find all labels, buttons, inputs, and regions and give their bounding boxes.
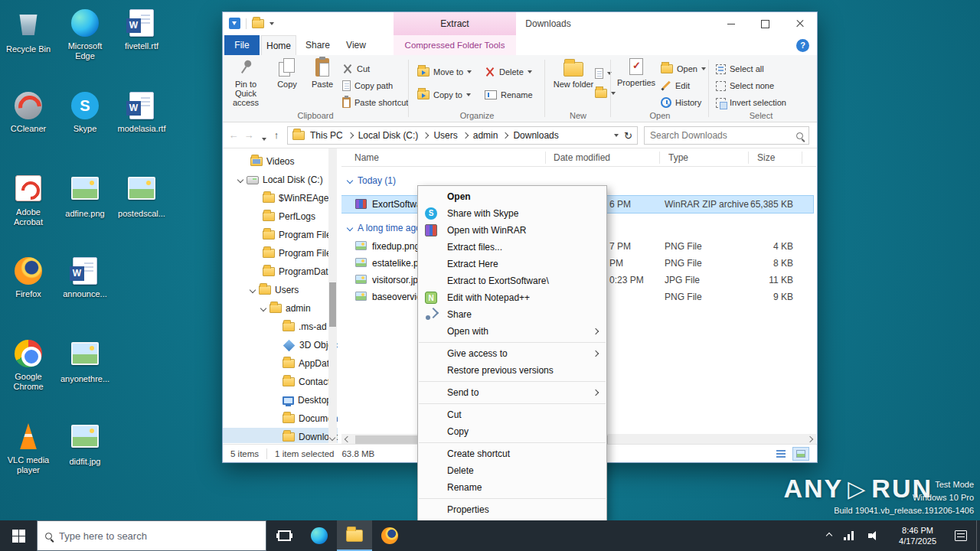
tab-share[interactable]: Share [299, 35, 336, 55]
context-menu-item-rename[interactable]: Rename [418, 479, 606, 496]
open-button[interactable]: Open [661, 61, 706, 77]
show-desktop-button[interactable] [976, 520, 980, 551]
desktop-icon-vlc[interactable]: VLC media player [2, 422, 54, 475]
close-button[interactable] [782, 12, 817, 35]
context-menu-item-edit-with-notepadpp[interactable]: Edit with Notepad++ [418, 289, 606, 306]
nav-item-local-disk-c[interactable]: Local Disk (C:) [223, 171, 338, 189]
show-hidden-icons-chevron[interactable] [826, 533, 832, 539]
volume-icon[interactable] [868, 531, 880, 540]
desktop-icon-announce[interactable]: announce... [59, 257, 111, 299]
desktop-icon-skype[interactable]: Skype [59, 92, 111, 134]
breadcrumb-users[interactable]: Users [433, 130, 457, 141]
address-dropdown-caret-icon[interactable] [614, 134, 619, 137]
context-menu-item-restore-previous-versions[interactable]: Restore previous versions [418, 362, 606, 379]
scrollbar-thumb[interactable] [329, 282, 336, 327]
context-menu-item-open-with-winrar[interactable]: Open with WinRAR [418, 222, 606, 239]
nav-item-appdata[interactable]: AppData [223, 354, 338, 373]
breadcrumb-chevron-icon[interactable] [347, 132, 353, 139]
desktop-icon-google-chrome[interactable]: Google Chrome [2, 340, 54, 392]
nav-item-desktop[interactable]: Desktop [223, 391, 338, 409]
breadcrumb-chevron-icon[interactable] [423, 132, 429, 139]
context-menu-item-create-shortcut[interactable]: Create shortcut [418, 445, 606, 462]
qat-customize-icon[interactable] [229, 18, 240, 29]
new-folder-button[interactable]: New folder [552, 58, 595, 107]
details-view-button[interactable] [773, 447, 789, 461]
expand-chevron-icon[interactable] [237, 177, 243, 183]
copy-to-button[interactable]: Copy to [417, 87, 471, 103]
column-divider[interactable] [748, 152, 749, 164]
collapse-chevron-icon[interactable] [347, 225, 353, 231]
context-menu-item-open[interactable]: Open [418, 188, 606, 205]
taskbar-edge-button[interactable] [302, 520, 337, 551]
properties-button[interactable]: Properties [616, 58, 656, 107]
desktop-icon-microsoft-edge[interactable]: Microsoft Edge [59, 9, 111, 61]
context-menu-item-extract-to-folder[interactable]: Extract to ExortSoftware\ [418, 272, 606, 289]
contextual-tab-header[interactable]: Extract [394, 12, 516, 35]
help-icon[interactable] [796, 39, 809, 52]
up-button[interactable]: ↑ [269, 128, 284, 143]
breadcrumb-admin[interactable]: admin [473, 130, 498, 141]
large-icons-view-button[interactable] [792, 447, 809, 461]
nav-item-perflogs[interactable]: PerfLogs [223, 207, 338, 226]
breadcrumb-chevron-icon[interactable] [502, 132, 508, 139]
refresh-icon[interactable]: ↻ [624, 130, 632, 142]
taskbar-file-explorer-button[interactable] [337, 520, 372, 551]
minimize-button[interactable] [714, 12, 748, 35]
delete-button[interactable]: Delete [485, 64, 532, 80]
select-none-button[interactable]: Select none [716, 78, 774, 93]
tab-file[interactable]: File [224, 35, 260, 55]
taskbar-firefox-button[interactable] [372, 520, 407, 551]
column-header-type[interactable]: Type [668, 148, 688, 167]
forward-button[interactable]: → [241, 128, 256, 143]
nav-item-program-files-x86[interactable]: Program Files (x86) [223, 244, 338, 262]
column-divider[interactable] [545, 152, 546, 164]
desktop-icon-ccleaner[interactable]: CCleaner [2, 92, 54, 134]
context-menu-item-cut[interactable]: Cut [418, 406, 606, 423]
expand-chevron-icon[interactable] [250, 287, 256, 293]
navigation-scrollbar[interactable] [328, 148, 337, 443]
breadcrumb-downloads[interactable]: Downloads [513, 130, 558, 141]
context-menu-item-extract-here[interactable]: Extract Here [418, 256, 606, 272]
desktop-icon-anyonethre[interactable]: anyonethre... [59, 340, 111, 384]
column-header-date-modified[interactable]: Date modified [554, 148, 610, 167]
desktop-icon-firefox[interactable]: Firefox [2, 257, 54, 299]
column-header-size[interactable]: Size [757, 148, 775, 167]
move-to-button[interactable]: Move to [417, 64, 472, 80]
desktop-icon-modelasia[interactable]: modelasia.rtf [116, 92, 168, 134]
nav-item-winreagent[interactable]: $WinREAgent [223, 189, 338, 207]
desktop-icon-adobe-acrobat[interactable]: Adobe Acrobat [2, 174, 54, 227]
new-item-button[interactable] [595, 66, 612, 81]
taskbar-search[interactable] [37, 520, 266, 551]
context-menu-item-copy[interactable]: Copy [418, 423, 606, 440]
qat-folder-icon[interactable] [252, 19, 264, 28]
history-button[interactable]: History [661, 95, 701, 110]
nav-item-videos[interactable]: Videos [223, 152, 338, 171]
paste-shortcut-button[interactable]: Paste shortcut [342, 95, 408, 110]
tab-view[interactable]: View [339, 35, 373, 55]
desktop-icon-fivetell[interactable]: fivetell.rtf [116, 9, 168, 51]
tab-compressed-folder-tools[interactable]: Compressed Folder Tools [394, 35, 516, 55]
desktop-icon-postedscal[interactable]: postedscal... [116, 174, 168, 219]
qat-caret-icon[interactable] [270, 22, 274, 25]
context-menu-item-share-with-skype[interactable]: Share with Skype [418, 205, 606, 222]
context-menu-item-send-to[interactable]: Send to [418, 384, 606, 401]
context-menu-item-give-access-to[interactable]: Give access to [418, 345, 606, 362]
column-divider[interactable] [659, 152, 660, 164]
nav-item-ms-ad[interactable]: .ms-ad [223, 318, 338, 336]
nav-item-programdata[interactable]: ProgramData [223, 262, 338, 281]
expand-chevron-icon[interactable] [260, 305, 266, 311]
column-header-name[interactable]: Name [354, 148, 379, 167]
search-box[interactable] [644, 126, 809, 145]
nav-item-users[interactable]: Users [223, 281, 338, 299]
context-menu-item-delete[interactable]: Delete [418, 462, 606, 479]
scroll-down-icon[interactable] [329, 435, 335, 441]
tab-home[interactable]: Home [261, 35, 296, 55]
copy-path-button[interactable]: Copy path [342, 78, 393, 93]
taskbar-clock[interactable]: 8:46 PM 4/17/2025 [893, 525, 942, 546]
back-button[interactable]: ← [226, 128, 241, 143]
scroll-left-icon[interactable] [345, 436, 351, 442]
column-divider[interactable] [802, 152, 802, 164]
desktop-icon-adfine[interactable]: adfine.png [59, 174, 111, 219]
paste-button[interactable]: Paste [305, 58, 339, 107]
breadcrumb-chevron-icon[interactable] [462, 132, 468, 139]
